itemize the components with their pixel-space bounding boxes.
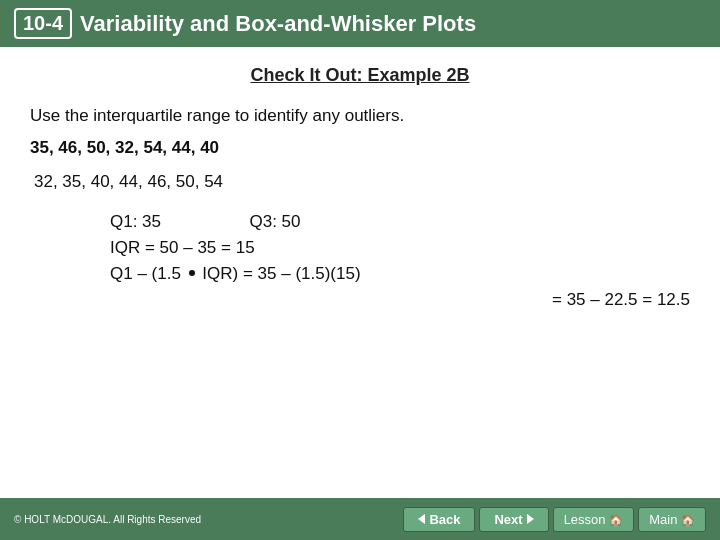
iqr-row: IQR = 50 – 35 = 15 <box>110 238 690 258</box>
main-button[interactable]: Main 🏠 <box>638 507 706 532</box>
main-content: Check It Out: Example 2B Use the interqu… <box>0 47 720 376</box>
copyright-text: © HOLT McDOUGAL. All Rights Reserved <box>14 514 201 525</box>
iqr-ref: IQR) = 35 – (1.5)(15) <box>202 264 360 283</box>
iqr-line: IQR = 50 – 35 = 15 <box>110 238 255 257</box>
back-arrow-icon <box>418 514 425 524</box>
q1-calc-label: Q1 – (1.5 <box>110 264 181 283</box>
lesson-button[interactable]: Lesson 🏠 <box>553 507 635 532</box>
lesson-home-icon: 🏠 <box>609 514 623 526</box>
q1-q3-row: Q1: 35 Q3: 50 <box>110 212 690 232</box>
calculations-block: Q1: 35 Q3: 50 IQR = 50 – 35 = 15 Q1 – (1… <box>30 212 690 310</box>
next-arrow-icon <box>527 514 534 524</box>
sorted-set: 32, 35, 40, 44, 46, 50, 54 <box>30 172 690 192</box>
q1-calc-row: Q1 – (1.5 IQR) = 35 – (1.5)(15) <box>110 264 690 284</box>
result-line: = 35 – 22.5 = 12.5 <box>552 290 690 309</box>
header-title: Variability and Box-and-Whisker Plots <box>80 11 476 37</box>
subtitle: Check It Out: Example 2B <box>30 65 690 86</box>
header: 10-4 Variability and Box-and-Whisker Plo… <box>0 0 720 47</box>
data-set: 35, 46, 50, 32, 54, 44, 40 <box>30 138 690 158</box>
instruction-text: Use the interquartile range to identify … <box>30 104 690 128</box>
back-button[interactable]: Back <box>403 507 475 532</box>
result-row: = 35 – 22.5 = 12.5 <box>110 290 690 310</box>
main-home-icon: 🏠 <box>681 514 695 526</box>
q1-label: Q1: 35 <box>110 212 180 232</box>
footer-nav-buttons: Back Next Lesson 🏠 Main 🏠 <box>403 507 706 532</box>
lesson-badge: 10-4 <box>14 8 72 39</box>
next-button[interactable]: Next <box>479 507 548 532</box>
footer: © HOLT McDOUGAL. All Rights Reserved Bac… <box>0 498 720 540</box>
q3-label: Q3: 50 <box>249 212 300 231</box>
bullet-icon <box>189 270 195 276</box>
